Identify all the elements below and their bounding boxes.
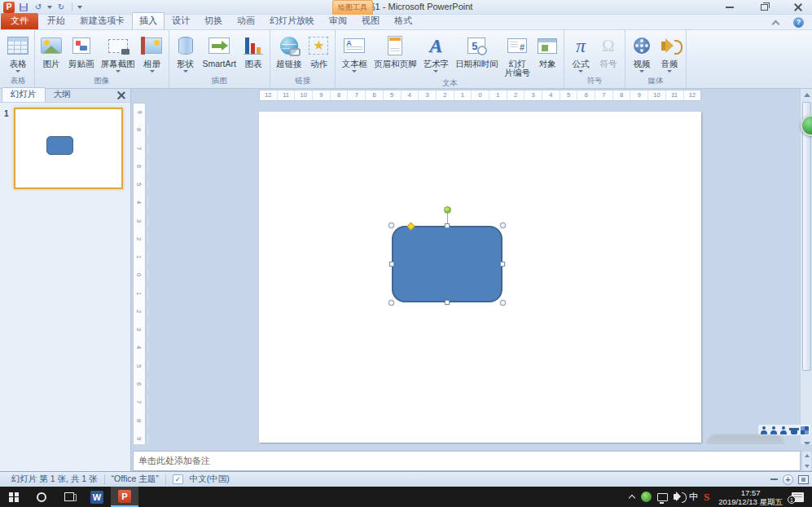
- ribbon-button-video[interactable]: 视频: [628, 32, 656, 75]
- tab-4[interactable]: 设计: [165, 13, 197, 29]
- notes-scrollbar[interactable]: [801, 451, 812, 471]
- shirt-icon[interactable]: [790, 426, 798, 434]
- dropdown-arrow-icon[interactable]: [639, 70, 644, 73]
- scrollbar-thumb[interactable]: [802, 102, 811, 371]
- panel-close-icon[interactable]: [116, 90, 125, 99]
- help-icon[interactable]: ?: [793, 17, 804, 28]
- powerpoint-taskbar-button[interactable]: P: [111, 487, 138, 507]
- ribbon-button-hyperlink[interactable]: 超链接: [273, 32, 305, 75]
- dropdown-arrow-icon[interactable]: [667, 70, 672, 73]
- tab-6[interactable]: 动画: [230, 13, 262, 29]
- sogou-input-icon[interactable]: S: [704, 491, 709, 504]
- notes-scroll-down-icon[interactable]: [805, 465, 810, 468]
- language-status[interactable]: 中文(中国): [183, 474, 236, 485]
- volume-tray-icon[interactable]: [674, 494, 678, 500]
- dropdown-arrow-icon[interactable]: [352, 70, 357, 73]
- ribbon-button-slide-number[interactable]: 幻灯 片编号: [501, 32, 533, 77]
- zoom-out-icon[interactable]: [770, 478, 778, 480]
- ribbon-button-object[interactable]: 对象: [533, 32, 561, 77]
- tab-file[interactable]: 文件: [1, 13, 38, 29]
- tab-7[interactable]: 幻灯片放映: [262, 13, 322, 29]
- ime-indicator[interactable]: 中: [689, 491, 698, 503]
- ribbon-button-date-time[interactable]: 日期和时间: [452, 32, 502, 77]
- ribbon-button-picture[interactable]: 图片: [37, 32, 65, 75]
- ribbon-button-wordart[interactable]: 艺术字: [419, 32, 452, 77]
- horizontal-ruler[interactable]: 1211109876543210123456789101112: [259, 90, 701, 101]
- ribbon-button-textbox[interactable]: 文本框: [338, 32, 371, 77]
- resize-handle-bottom-right[interactable]: [500, 300, 506, 306]
- grid-icon[interactable]: [801, 426, 809, 434]
- tab-2[interactable]: 新建选项卡: [72, 13, 132, 29]
- resize-handle-bottom[interactable]: [445, 300, 450, 305]
- resize-handle-top-left[interactable]: [388, 223, 394, 228]
- ribbon-button-action[interactable]: 动作: [305, 32, 332, 75]
- zoom-in-button[interactable]: +: [783, 474, 793, 485]
- network-tray-icon[interactable]: [657, 493, 668, 501]
- ribbon-button-smartart[interactable]: SmartArt: [200, 32, 239, 75]
- dropdown-arrow-icon[interactable]: [150, 70, 155, 73]
- theme-status[interactable]: “Office 主题”: [105, 474, 165, 485]
- slide-thumbnail[interactable]: [14, 108, 123, 189]
- slide-canvas[interactable]: [259, 112, 701, 443]
- ribbon-button-header-footer[interactable]: 页眉和页脚: [371, 32, 420, 77]
- tab-8[interactable]: 审阅: [322, 13, 354, 29]
- powerpoint-logo-icon[interactable]: P: [3, 2, 15, 13]
- task-view-button[interactable]: [55, 487, 83, 507]
- tab-3[interactable]: 插入: [132, 12, 165, 29]
- vertical-scrollbar[interactable]: [800, 89, 812, 450]
- close-button[interactable]: [789, 2, 807, 13]
- notes-scroll-up-icon[interactable]: [805, 454, 810, 457]
- rounded-rectangle-shape[interactable]: [392, 226, 503, 302]
- panel-tab-0[interactable]: 幻灯片: [2, 87, 46, 102]
- person-icon[interactable]: [761, 426, 768, 434]
- tab-5[interactable]: 切换: [197, 13, 230, 29]
- tray-expand-icon[interactable]: [629, 494, 635, 500]
- resize-handle-bottom-left[interactable]: [388, 300, 394, 306]
- resize-handle-top-right[interactable]: [500, 223, 506, 228]
- tab-10[interactable]: 格式: [387, 13, 419, 29]
- minimize-button[interactable]: [721, 2, 739, 13]
- spell-check-icon[interactable]: ✓: [173, 474, 183, 484]
- undo-button[interactable]: ↺: [33, 2, 44, 12]
- person-icon[interactable]: [780, 426, 788, 434]
- clock[interactable]: 17:57 2019/12/13 星期五: [715, 488, 786, 506]
- action-center-icon[interactable]: 1: [792, 492, 804, 502]
- resize-handle-right[interactable]: [500, 262, 505, 267]
- ribbon-button-shapes[interactable]: 形状: [172, 32, 200, 75]
- person-icon[interactable]: [770, 426, 778, 434]
- resize-handle-top[interactable]: [445, 223, 450, 228]
- ribbon-button-equation[interactable]: 公式: [567, 32, 595, 75]
- notes-splitter[interactable]: [131, 444, 812, 451]
- ribbon-button-audio[interactable]: 音频: [656, 32, 683, 75]
- rotation-handle[interactable]: [444, 206, 451, 214]
- customize-qat-icon[interactable]: [77, 6, 82, 9]
- ribbon-button-photo-album[interactable]: 相册: [138, 32, 166, 75]
- dropdown-arrow-icon[interactable]: [578, 70, 583, 73]
- start-button[interactable]: [0, 487, 28, 507]
- panel-tab-1[interactable]: 大纲: [46, 88, 79, 102]
- restore-button[interactable]: [755, 2, 773, 13]
- vertical-ruler[interactable]: 9876543210123456789: [133, 103, 146, 448]
- save-button[interactable]: [18, 2, 29, 12]
- undo-dropdown-icon[interactable]: [47, 6, 52, 9]
- dropdown-arrow-icon[interactable]: [116, 70, 121, 73]
- notes-input[interactable]: 单击此处添加备注: [133, 451, 801, 471]
- collapse-ribbon-icon[interactable]: [772, 20, 779, 26]
- tab-9[interactable]: 视图: [354, 13, 387, 29]
- ribbon-button-clipart[interactable]: 剪贴画: [65, 32, 98, 75]
- adjust-handle[interactable]: [407, 223, 415, 231]
- dropdown-arrow-icon[interactable]: [15, 70, 20, 73]
- ribbon-button-screenshot[interactable]: 屏幕截图: [98, 32, 138, 75]
- resize-handle-left[interactable]: [389, 262, 394, 267]
- cortana-button[interactable]: [28, 487, 55, 507]
- antivirus-tray-icon[interactable]: [641, 492, 652, 502]
- fit-slide-to-window-icon[interactable]: [798, 475, 809, 484]
- tab-1[interactable]: 开始: [40, 13, 72, 29]
- dropdown-arrow-icon[interactable]: [433, 70, 438, 73]
- redo-button[interactable]: ↻: [55, 2, 67, 12]
- ribbon-button-table[interactable]: 表格: [4, 32, 32, 75]
- scroll-up-icon[interactable]: [804, 93, 810, 97]
- ribbon-button-chart[interactable]: 图表: [239, 32, 267, 75]
- word-taskbar-button[interactable]: W: [83, 487, 111, 507]
- dropdown-arrow-icon[interactable]: [183, 70, 188, 73]
